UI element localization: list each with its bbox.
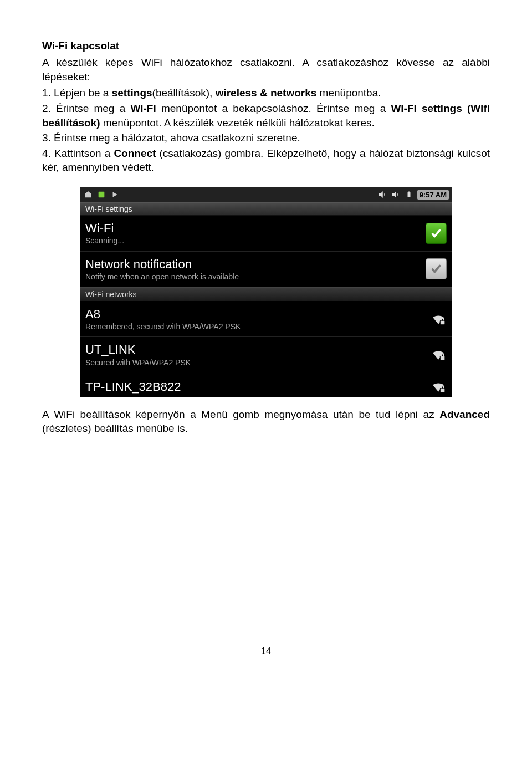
strong: Advanced [439, 409, 490, 420]
wifi-network-item[interactable]: A8 Remembered, secured with WPA/WPA2 PSK [80, 302, 452, 337]
after-paragraph: A WiFi beállítások képernyőn a Menü gomb… [42, 407, 490, 436]
step-4: 4. Kattintson a Connect (csatlakozás) go… [42, 146, 490, 175]
svg-rect-5 [440, 388, 445, 392]
device-screenshot: 9:57 AM Wi-Fi settings Wi-Fi Scanning...… [42, 187, 490, 397]
text: (részletes) beállítás menübe is. [42, 422, 188, 434]
volume-icon-2 [391, 190, 401, 200]
setting-item-wifi[interactable]: Wi-Fi Scanning... [80, 216, 452, 251]
play-icon [110, 190, 120, 200]
page-number: 14 [42, 646, 490, 656]
strong: wireless & networks [216, 87, 317, 99]
strong: settings [112, 87, 152, 99]
item-title: Wi-Fi [85, 221, 420, 235]
item-subtitle: Notify me when an open network is availa… [85, 272, 420, 281]
text: A WiFi beállítások képernyőn a Menü gomb… [42, 409, 439, 420]
svg-rect-4 [440, 356, 445, 360]
text: 4. Kattintson a [42, 147, 114, 159]
network-name: TP-LINK_32B822 [85, 380, 424, 394]
text: menüpontot a bekapcsoláshoz. Érintse meg… [156, 103, 391, 114]
step-2: 2. Érintse meg a Wi-Fi menüpontot a beka… [42, 101, 490, 130]
screen-title-bar: Wi-Fi settings [80, 202, 452, 216]
section-heading: Wi-Fi kapcsolat [42, 40, 490, 52]
step-1: 1. Lépjen be a settings(beállítások), wi… [42, 86, 490, 100]
wifi-signal-lock-icon [430, 311, 447, 328]
strong: Wi-Fi [130, 103, 156, 114]
wifi-network-item[interactable]: TP-LINK_32B822 [80, 373, 452, 397]
checkbox-checked-icon[interactable] [426, 223, 447, 244]
strong: Connect [114, 147, 156, 159]
svg-rect-0 [99, 192, 105, 198]
status-time: 9:57 AM [417, 190, 449, 200]
item-title: Network notification [85, 257, 420, 271]
text: menüpontot. A készülék vezeték nélküli h… [100, 117, 375, 129]
text: 2. Érintse meg a [42, 103, 130, 114]
step-3: 3. Érintse meg a hálózatot, ahova csatla… [42, 131, 490, 145]
network-name: A8 [85, 307, 424, 321]
volume-icon [377, 190, 387, 200]
network-security: Secured with WPA/WPA2 PSK [85, 358, 424, 367]
battery-icon [404, 190, 414, 200]
network-name: UT_LINK [85, 343, 424, 356]
wifi-network-item[interactable]: UT_LINK Secured with WPA/WPA2 PSK [80, 337, 452, 373]
checkbox-unchecked-icon[interactable] [426, 258, 447, 279]
intro-paragraph: A készülék képes WiFi hálózatokhoz csatl… [42, 55, 490, 84]
home-icon [83, 190, 93, 200]
svg-rect-2 [408, 192, 410, 193]
android-screen: 9:57 AM Wi-Fi settings Wi-Fi Scanning...… [80, 187, 452, 397]
text: (beállítások), [152, 87, 216, 99]
network-security: Remembered, secured with WPA/WPA2 PSK [85, 322, 424, 331]
wifi-signal-lock-icon [430, 379, 447, 395]
text: 1. Lépjen be a [42, 87, 112, 99]
wifi-signal-lock-icon [430, 346, 447, 363]
app-icon [96, 190, 106, 200]
section-header-networks: Wi-Fi networks [80, 287, 452, 302]
svg-rect-3 [440, 320, 445, 325]
setting-item-network-notification[interactable]: Network notification Notify me when an o… [80, 252, 452, 287]
status-bar: 9:57 AM [80, 187, 452, 202]
svg-rect-1 [407, 192, 410, 197]
item-subtitle: Scanning... [85, 236, 420, 245]
text: menüpontba. [316, 87, 381, 99]
